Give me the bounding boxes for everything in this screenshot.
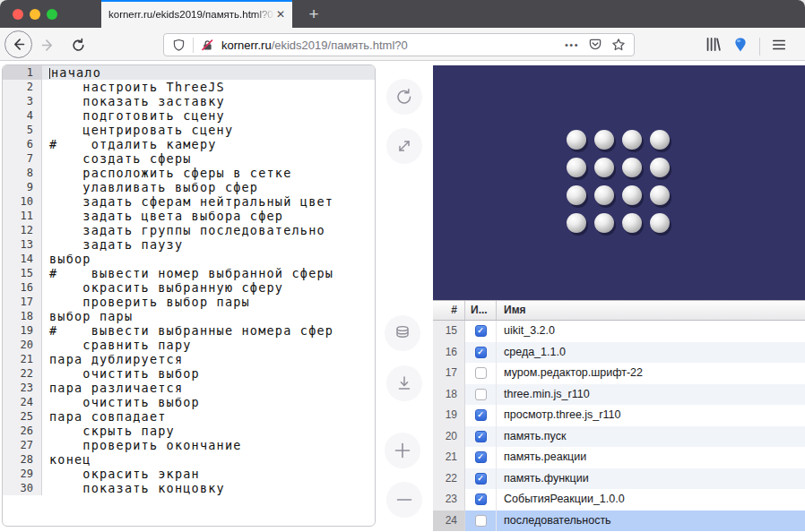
- editor-line[interactable]: 21пара дублируется: [3, 352, 375, 366]
- editor-line[interactable]: 3 показать заставку: [3, 94, 375, 108]
- editor-line[interactable]: 7 создать сферы: [3, 151, 375, 166]
- row-name[interactable]: uikit_3.2.0: [497, 321, 805, 342]
- sphere[interactable]: [594, 158, 614, 177]
- editor-line[interactable]: 24 очистить выбор: [3, 395, 375, 409]
- line-code[interactable]: центрировать сцену: [42, 123, 375, 137]
- editor-line[interactable]: 27 проверить окончание: [3, 438, 375, 452]
- editor-line[interactable]: 20 сравнить пару: [3, 338, 375, 352]
- bookmark-star-icon[interactable]: [611, 38, 626, 52]
- row-name[interactable]: СобытияРеакции_1.0.0: [497, 489, 805, 511]
- sphere[interactable]: [650, 130, 670, 150]
- row-name[interactable]: среда_1.1.0: [497, 342, 805, 364]
- line-code[interactable]: выбор пары: [42, 309, 375, 323]
- line-code[interactable]: расположить сферы в сетке: [42, 166, 375, 180]
- column-header-name[interactable]: Имя: [497, 301, 805, 320]
- insecure-lock-icon[interactable]: [201, 39, 214, 52]
- row-name[interactable]: three.min.js_r110: [497, 384, 805, 406]
- table-row[interactable]: 18three.min.js_r110: [433, 384, 805, 406]
- new-tab-button[interactable]: +: [301, 2, 326, 27]
- line-code[interactable]: создать сферы: [42, 151, 375, 166]
- line-code[interactable]: окрасить выбранную сферу: [42, 280, 375, 295]
- sphere[interactable]: [622, 185, 642, 205]
- sphere[interactable]: [567, 130, 586, 150]
- editor-line[interactable]: 11 задать цвета выбора сфер: [3, 209, 375, 223]
- editor-line[interactable]: 23пара различается: [3, 381, 375, 395]
- editor-line[interactable]: 2 настроить ThreeJS: [3, 80, 375, 94]
- line-code[interactable]: очистить выбор: [42, 395, 375, 409]
- editor-line[interactable]: 9 улавливать выбор сфер: [3, 180, 375, 194]
- checkbox-unchecked-icon[interactable]: [475, 515, 487, 527]
- line-code[interactable]: # отдалить камеру: [42, 137, 375, 151]
- line-code[interactable]: пара дублируется: [42, 352, 375, 366]
- editor-line[interactable]: 10 задать сферам нейтральный цвет: [3, 194, 375, 209]
- line-code[interactable]: очистить выбор: [42, 366, 375, 381]
- sphere[interactable]: [622, 130, 642, 150]
- editor-line[interactable]: 8 расположить сферы в сетке: [3, 166, 375, 180]
- tracking-shield-icon[interactable]: [172, 39, 186, 52]
- row-name[interactable]: память.реакции: [497, 447, 805, 468]
- reload-button[interactable]: [70, 37, 86, 53]
- line-code[interactable]: сравнить пару: [42, 338, 375, 352]
- table-row[interactable]: 23✓СобытияРеакции_1.0.0: [433, 489, 805, 511]
- editor-line[interactable]: 30 показать концовку: [3, 481, 375, 495]
- sphere[interactable]: [567, 158, 586, 177]
- checkbox-unchecked-icon[interactable]: [475, 389, 487, 400]
- checkbox-checked-icon[interactable]: ✓: [475, 325, 487, 337]
- sphere[interactable]: [567, 213, 586, 233]
- checkbox-checked-icon[interactable]: ✓: [475, 451, 487, 463]
- row-name[interactable]: последовательность: [497, 511, 805, 532]
- editor-line[interactable]: 25пара совпадает: [3, 409, 375, 424]
- editor-line[interactable]: 17 проверить выбор пары: [3, 295, 375, 309]
- threejs-canvas[interactable]: [433, 65, 805, 300]
- row-name[interactable]: муром.редактор.шрифт-22: [497, 363, 805, 384]
- zoom-in-button[interactable]: [385, 433, 420, 468]
- line-code[interactable]: подготовить сцену: [42, 108, 375, 123]
- line-code[interactable]: задать паузу: [42, 237, 375, 252]
- checkbox-unchecked-icon[interactable]: [475, 367, 487, 379]
- line-code[interactable]: проверить выбор пары: [42, 295, 375, 309]
- page-actions-icon[interactable]: •••: [565, 39, 579, 50]
- checkbox-checked-icon[interactable]: ✓: [475, 493, 487, 505]
- line-code[interactable]: пара совпадает: [42, 409, 375, 424]
- editor-line[interactable]: 29 окрасить экран: [3, 467, 375, 481]
- line-code[interactable]: пара различается: [42, 381, 375, 395]
- editor-line[interactable]: 18выбор пары: [3, 309, 375, 323]
- line-code[interactable]: # вывести номер выбранной сферы: [42, 266, 375, 280]
- editor-line[interactable]: 22 очистить выбор: [3, 366, 375, 381]
- editor-line[interactable]: 5 центрировать сцену: [3, 123, 375, 137]
- sphere[interactable]: [650, 158, 670, 177]
- line-code[interactable]: проверить окончание: [42, 438, 375, 452]
- back-button[interactable]: [4, 30, 32, 58]
- pocket-icon[interactable]: [588, 38, 602, 52]
- blue-pin-extension-icon[interactable]: [732, 37, 749, 56]
- editor-line[interactable]: 6# отдалить камеру: [3, 137, 375, 151]
- row-name[interactable]: просмотр.three.js_r110: [497, 405, 805, 426]
- line-code[interactable]: # вывести выбранные номера сфер: [42, 323, 375, 338]
- checkbox-checked-icon[interactable]: ✓: [475, 473, 487, 485]
- line-code[interactable]: скрыть пару: [42, 424, 375, 438]
- editor-line[interactable]: 1начало: [3, 65, 375, 80]
- line-code[interactable]: задать группы последовательно: [42, 223, 375, 237]
- code-editor[interactable]: 1начало2 настроить ThreeJS3 показать зас…: [2, 64, 376, 527]
- minimize-window-icon[interactable]: [30, 9, 40, 20]
- line-code[interactable]: задать сферам нейтральный цвет: [42, 194, 375, 209]
- zoom-window-icon[interactable]: [47, 9, 57, 20]
- table-row[interactable]: 20✓память.пуск: [433, 426, 805, 448]
- editor-line[interactable]: 16 окрасить выбранную сферу: [3, 280, 375, 295]
- table-row[interactable]: 17муром.редактор.шрифт-22: [433, 363, 805, 384]
- line-code[interactable]: настроить ThreeJS: [42, 80, 375, 94]
- line-code[interactable]: выбор: [42, 252, 375, 266]
- fullscreen-button[interactable]: [386, 128, 422, 164]
- line-code[interactable]: задать цвета выбора сфер: [42, 209, 375, 223]
- editor-line[interactable]: 13 задать паузу: [3, 237, 375, 252]
- column-header-number[interactable]: #: [433, 301, 465, 320]
- table-row[interactable]: 19✓просмотр.three.js_r110: [433, 405, 805, 426]
- active-tab[interactable]: kornerr.ru/ekids2019/память.html?0 ✕: [101, 0, 292, 28]
- sphere[interactable]: [594, 185, 614, 205]
- table-row[interactable]: 22✓память.функции: [433, 468, 805, 490]
- sphere[interactable]: [567, 185, 586, 205]
- sphere[interactable]: [622, 213, 642, 233]
- sphere[interactable]: [650, 213, 670, 233]
- forward-button[interactable]: [39, 37, 56, 53]
- sphere[interactable]: [622, 158, 642, 177]
